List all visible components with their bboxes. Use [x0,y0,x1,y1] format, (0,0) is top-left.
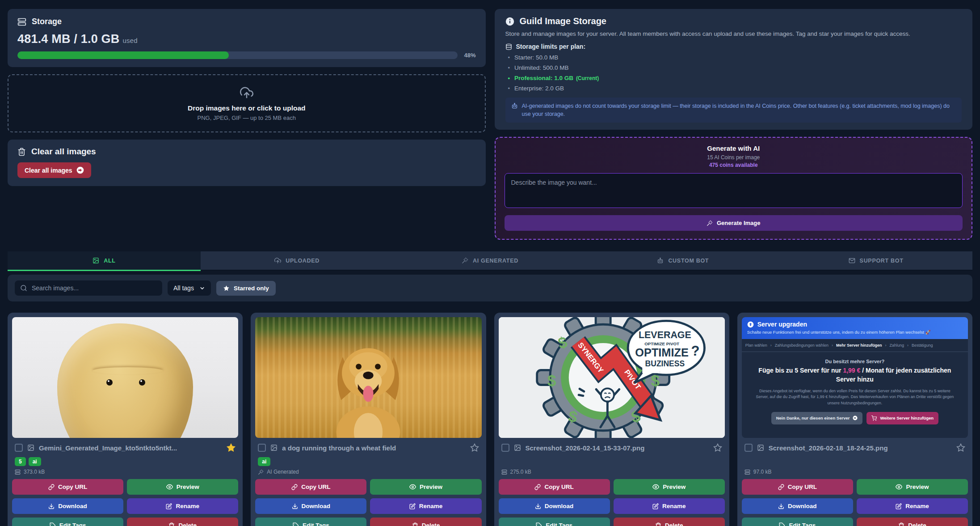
wand-icon [707,220,713,226]
link-icon [48,484,55,490]
ai-prompt-input[interactable] [505,173,963,208]
plan-list: •Starter: 50.0 MB •Unlimited: 500.0 MB •… [508,54,962,92]
upgrade-terms: Dieses Angebot ist verfügbar, wenn du de… [753,388,956,406]
copy-url-button[interactable]: Copy URL [255,479,366,495]
delete-button[interactable]: Delete [127,518,238,526]
generate-image-button[interactable]: Generate Image [505,215,963,231]
clear-all-header: Clear all images [17,147,476,157]
eye-icon [652,484,659,490]
upload-dropzone[interactable]: Drop images here or click to upload PNG,… [8,74,486,132]
wand-icon [258,469,264,475]
select-checkbox[interactable] [258,444,266,452]
card-name-row: a dog running through a wheat field [255,442,481,453]
copy-url-button[interactable]: Copy URL [499,479,610,495]
tab-all[interactable]: ALL [8,251,201,271]
server-icon [744,469,750,475]
storage-limits-title: Storage limits per plan: [516,43,586,50]
image-icon [514,444,521,451]
tab-ai-generated[interactable]: AI GENERATED [394,251,587,271]
dog-illustration [317,331,420,438]
storage-title: Storage [32,17,62,26]
delete-button[interactable]: Delete [370,518,481,526]
delete-button[interactable]: Delete [857,518,968,526]
bubble-text-optimize: OPTIMIZE [635,347,688,359]
upgrade-banner-subtitle: Schalte neue Funktionen frei und unterst… [747,330,963,335]
star-icon [223,285,230,292]
delete-button[interactable]: Delete [614,518,725,526]
preview-button[interactable]: Preview [614,479,725,495]
download-button[interactable]: Download [12,498,123,514]
card-filesize: 373.0 kB [24,469,45,475]
guild-info-panel: Guild Image Storage Store and manage ima… [495,9,973,130]
business-cartoon-illustration: $ $ $ $ $ $ SYNERGY PIVOT [499,317,725,438]
select-checkbox[interactable] [501,444,509,452]
card-star[interactable] [956,443,965,452]
select-checkbox[interactable] [15,444,23,452]
card-source: AI Generated [267,469,299,475]
cloud-upload-icon [240,86,253,99]
starred-only-button[interactable]: Starred only [216,281,276,296]
card-image-business-cartoon[interactable]: $ $ $ $ $ $ SYNERGY PIVOT [499,317,725,438]
top-section: Storage 481.4 MB / 1.0 GBused 48% Drop i… [8,9,972,240]
upgrade-price: 1,99 € [843,367,860,374]
generate-image-label: Generate Image [717,220,761,226]
tab-uploaded[interactable]: UPLOADED [201,251,394,271]
tag-badge[interactable]: ai [29,457,41,466]
card-star[interactable] [227,443,236,452]
edit-icon [652,503,659,509]
card-star[interactable] [713,443,722,452]
wand-icon [462,257,468,264]
copy-url-button[interactable]: Copy URL [12,479,123,495]
edit-tags-button[interactable]: Edit Tags [12,518,123,526]
server-icon [17,17,26,26]
ai-storage-note-text: AI-generated images do not count towards… [522,102,956,118]
rename-button[interactable]: Rename [857,498,968,514]
plan-item-unlimited: •Unlimited: 500.0 MB [508,64,962,71]
select-checkbox[interactable] [744,444,753,452]
edit-tags-button[interactable]: Edit Tags [499,518,610,526]
tag-icon [779,522,785,526]
tag-icon [293,522,299,526]
copy-url-button[interactable]: Copy URL [742,479,853,495]
tab-support-bot[interactable]: SUPPORT BOT [779,251,972,271]
breadcrumb-chevron: › [770,343,772,348]
rename-button[interactable]: Rename [370,498,481,514]
tag-badge[interactable]: 5 [15,457,26,466]
preview-button[interactable]: Preview [857,479,968,495]
eye-icon [166,484,173,490]
card-meta: 97.0 kB [742,468,968,475]
preview-button[interactable]: Preview [370,479,481,495]
card-filename: Screenshot_2026-02-18_18-24-25.png [769,444,952,452]
plan-item-starter: •Starter: 50.0 MB [508,54,962,61]
rename-button[interactable]: Rename [127,498,238,514]
dropzone-title: Drop images here or click to upload [188,104,306,112]
storage-limits-header: Storage limits per plan: [505,43,962,50]
tag-badge[interactable]: ai [258,457,270,466]
card-star[interactable] [470,443,479,452]
card-image-dog[interactable] [255,317,481,438]
add-servers-button[interactable]: Weitere Server hinzufügen [866,412,938,424]
clear-all-button[interactable]: Clear all images [17,162,91,178]
search-input[interactable] [32,284,157,292]
storage-panel: Storage 481.4 MB / 1.0 GBused 48% [8,9,486,67]
decline-upgrade-button[interactable]: Nein Danke, nur diesen einen Server [771,412,863,424]
download-icon [535,503,541,509]
card-tags: 5 ai [12,457,238,467]
download-button[interactable]: Download [499,498,610,514]
edit-tags-button[interactable]: Edit Tags [255,518,366,526]
download-icon [48,503,55,509]
potato-illustration [57,323,193,438]
tag-filter-select[interactable]: All tags [168,280,211,296]
download-button[interactable]: Download [255,498,366,514]
card-image-upgrade-screenshot[interactable]: Server upgraden Schalte neue Funktionen … [742,317,968,438]
rename-button[interactable]: Rename [614,498,725,514]
card-filename: Gemini_Generated_Image_kto5ntkto5ntkt... [39,444,222,452]
edit-tags-button[interactable]: Edit Tags [742,518,853,526]
info-icon [505,17,514,26]
search-icon [20,284,27,292]
tab-custom-bot[interactable]: CUSTOM BOT [586,251,779,271]
card-image-potato[interactable] [12,317,238,438]
preview-button[interactable]: Preview [127,479,238,495]
download-button[interactable]: Download [742,498,853,514]
mail-icon [849,257,855,264]
